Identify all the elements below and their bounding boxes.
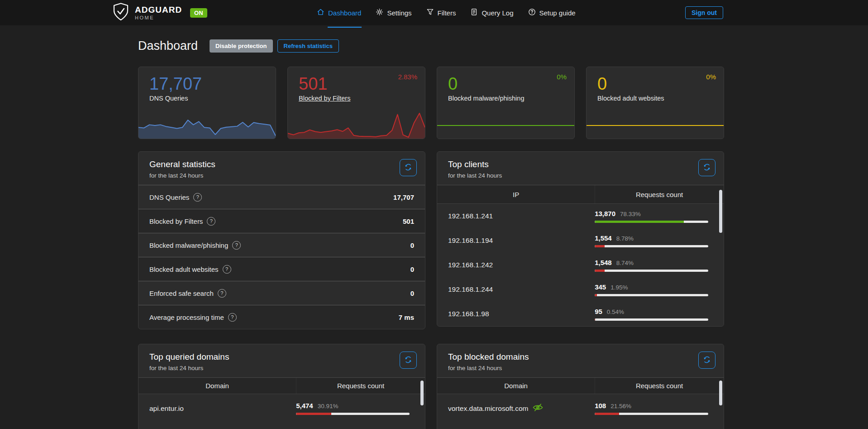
document-icon	[470, 8, 478, 17]
queried-domain[interactable]: api.entur.io	[138, 405, 296, 413]
progress-bar-fill	[296, 413, 331, 415]
progress-bar	[595, 294, 708, 296]
nav-item-setup-guide[interactable]: Setup guide	[528, 0, 576, 25]
general-statistics-panel: General statistics for the last 24 hours	[138, 151, 425, 329]
blocked-adult-sparkline	[587, 112, 724, 139]
table-row: 192.168.1.242 1,548 8.74%	[437, 253, 724, 277]
request-percent: 78.33%	[620, 211, 641, 217]
progress-bar-fill	[595, 245, 605, 247]
card-percent: 2.83%	[398, 73, 417, 81]
client-ip[interactable]: 192.168.1.244	[437, 285, 595, 294]
progress-bar	[296, 413, 410, 415]
table-row: api.entur.io 5,474 30.91%	[138, 394, 425, 423]
progress-bar-fill	[595, 221, 683, 223]
request-count: 1,554	[595, 234, 612, 242]
nav-item-settings[interactable]: Settings	[376, 0, 411, 25]
progress-bar-fill	[595, 413, 619, 415]
stat-value: 0	[410, 265, 414, 273]
request-count: 345	[595, 283, 606, 291]
refresh-panel-button[interactable]	[400, 352, 417, 369]
disable-protection-button[interactable]: Disable protection	[210, 39, 272, 53]
request-percent: 0.54%	[607, 308, 624, 315]
help-icon[interactable]: ?	[232, 241, 241, 250]
sign-out-button[interactable]: Sign out	[685, 6, 723, 19]
help-icon[interactable]: ?	[228, 313, 237, 322]
progress-bar-fill	[595, 270, 605, 272]
help-icon[interactable]: ?	[207, 217, 215, 226]
funnel-icon	[426, 8, 434, 17]
stat-label: Enforced safe search	[149, 289, 214, 297]
refresh-statistics-button[interactable]: Refresh statistics	[277, 39, 339, 53]
nav-item-dashboard[interactable]: Dashboard	[317, 0, 361, 25]
nav-label: Setup guide	[539, 9, 576, 17]
table-row: 192.168.1.98 95 0.54%	[437, 302, 724, 326]
adguard-logo: ADGUARD HOME ON	[112, 2, 207, 23]
panel-subtitle: for the last 24 hours	[149, 365, 414, 371]
stat-row: Blocked adult websites ? 0	[138, 257, 425, 281]
home-icon	[317, 8, 324, 17]
scrollbar-thumb[interactable]	[420, 381, 424, 405]
top-clients-panel: Top clients for the last 24 hours IP	[437, 151, 724, 327]
column-header-domain: Domain	[437, 382, 595, 390]
stat-cards: 17,707 DNS Queries 2.83% 501 Blocked by …	[138, 67, 724, 139]
card-percent: 0%	[557, 73, 567, 81]
card-label: Blocked malware/phishing	[448, 95, 574, 102]
card-percent: 0%	[706, 73, 716, 81]
brand-subtitle: HOME	[135, 15, 182, 20]
request-percent: 30.91%	[318, 403, 339, 410]
card-label: Blocked adult websites	[597, 95, 724, 102]
scrollbar-thumb[interactable]	[719, 190, 722, 233]
client-ip[interactable]: 192.168.1.242	[437, 261, 595, 269]
stat-row: Average processing time ? 7 ms	[138, 305, 425, 329]
refresh-panel-button[interactable]	[698, 159, 715, 176]
card-dns-queries: 17,707 DNS Queries	[138, 67, 276, 139]
main-nav: Dashboard Settings Filters	[317, 0, 576, 25]
refresh-panel-button[interactable]	[400, 159, 417, 176]
nav-item-query-log[interactable]: Query Log	[470, 0, 513, 25]
help-icon[interactable]: ?	[223, 265, 231, 274]
card-value: 0	[597, 74, 724, 94]
stat-label: Blocked by Filters	[149, 217, 203, 225]
brand-title: ADGUARD	[135, 5, 182, 14]
panel-title: Top blocked domains	[448, 352, 713, 362]
client-ip[interactable]: 192.168.1.241	[437, 212, 595, 220]
panel-title: Top clients	[448, 159, 713, 169]
request-count: 5,474	[296, 402, 313, 410]
table-header: Domain Requests count	[437, 377, 724, 394]
panel-title: Top queried domains	[149, 352, 414, 362]
column-header-requests: Requests count	[595, 185, 724, 203]
blocked-domain[interactable]: vortex.data.microsoft.com	[448, 405, 528, 413]
card-blocked-malware: 0% 0 Blocked malware/phishing	[437, 67, 575, 139]
top-queried-domains-panel: Top queried domains for the last 24 hour…	[138, 344, 425, 429]
scrollbar-thumb[interactable]	[719, 381, 722, 405]
stat-label: DNS Queries	[149, 193, 189, 201]
stat-value: 7 ms	[399, 313, 414, 321]
nav-label: Settings	[387, 9, 411, 17]
progress-bar	[595, 270, 708, 272]
stat-row: Enforced safe search ? 0	[138, 281, 425, 305]
nav-item-filters[interactable]: Filters	[426, 0, 456, 25]
refresh-icon	[703, 356, 711, 365]
eye-off-icon[interactable]	[533, 404, 543, 413]
question-circle-icon	[528, 8, 536, 17]
card-blocked-adult: 0% 0 Blocked adult websites	[586, 67, 724, 139]
help-icon[interactable]: ?	[218, 289, 226, 298]
stat-value: 501	[403, 217, 414, 225]
nav-label: Filters	[438, 9, 456, 17]
dns-queries-sparkline	[138, 112, 276, 139]
top-blocked-domains-panel: Top blocked domains for the last 24 hour…	[437, 344, 724, 429]
table-row: vortex.data.microsoft.com 108 21.56%	[437, 394, 724, 423]
stat-label: Average processing time	[149, 313, 224, 321]
help-icon[interactable]: ?	[193, 193, 202, 202]
page-title: Dashboard	[138, 39, 198, 53]
card-blocked-by-filters: 2.83% 501 Blocked by Filters	[287, 67, 425, 139]
client-ip[interactable]: 192.168.1.194	[437, 236, 595, 245]
request-percent: 21.56%	[610, 403, 631, 410]
card-label-link[interactable]: Blocked by Filters	[299, 95, 425, 102]
stat-row: DNS Queries ? 17,707	[138, 185, 425, 209]
client-ip[interactable]: 192.168.1.98	[437, 310, 595, 318]
card-value: 0	[448, 74, 574, 94]
request-count: 108	[595, 402, 606, 410]
refresh-panel-button[interactable]	[698, 352, 715, 369]
progress-bar	[595, 221, 708, 223]
